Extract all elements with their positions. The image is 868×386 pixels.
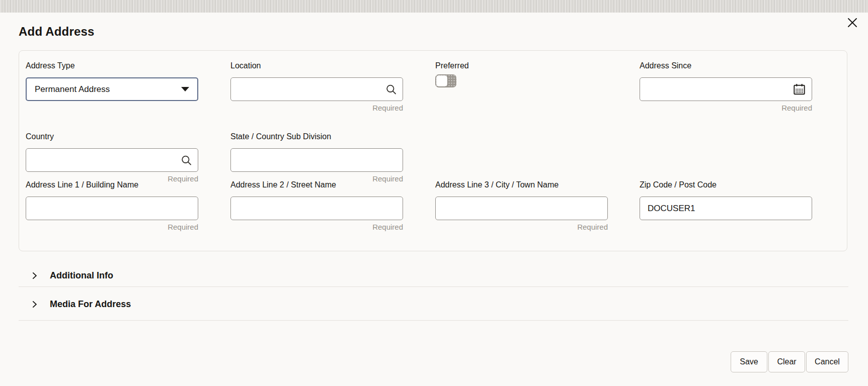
address-line3-field: Address Line 3 / City / Town Name Requir…: [435, 180, 608, 232]
state-label: State / Country Sub Division: [230, 132, 403, 142]
required-hint: Required: [26, 223, 198, 232]
required-hint: Required: [230, 223, 403, 232]
country-label: Country: [26, 132, 198, 142]
address-line1-field: Address Line 1 / Building Name Required: [26, 180, 198, 232]
zip-code-field: Zip Code / Post Code: [640, 180, 812, 220]
required-hint: Required: [230, 104, 403, 113]
page-title: Add Address: [19, 25, 95, 39]
address-line1-label: Address Line 1 / Building Name: [26, 180, 198, 190]
search-icon: [181, 154, 192, 166]
address-line2-field: Address Line 2 / Street Name Required: [230, 180, 403, 232]
preferred-field: Preferred: [435, 61, 608, 89]
address-type-value: Permanent Address: [35, 84, 110, 94]
country-input[interactable]: [26, 149, 198, 171]
zip-code-label: Zip Code / Post Code: [640, 180, 812, 190]
address-since-field: Address Since R: [640, 61, 812, 113]
state-field: State / Country Sub Division Required: [230, 132, 403, 183]
section-label: Media For Address: [50, 299, 131, 310]
address-line3-input[interactable]: [436, 197, 607, 220]
address-form-panel: Address Type Permanent Address Location …: [19, 50, 847, 251]
section-label: Additional Info: [50, 270, 113, 281]
preferred-toggle[interactable]: [435, 74, 456, 87]
search-icon: [385, 83, 397, 95]
chevron-right-icon: [30, 271, 39, 280]
address-line1-input[interactable]: [26, 197, 198, 220]
divider: [19, 286, 848, 287]
address-since-label: Address Since: [640, 61, 812, 71]
caret-down-icon: [181, 87, 189, 91]
section-media-for-address[interactable]: Media For Address: [19, 293, 848, 316]
address-type-field: Address Type Permanent Address: [26, 61, 198, 101]
divider: [19, 320, 848, 321]
zip-code-input[interactable]: [640, 197, 812, 220]
state-input[interactable]: [231, 149, 403, 171]
address-line3-label: Address Line 3 / City / Town Name: [435, 180, 608, 190]
clear-button[interactable]: Clear: [768, 351, 805, 372]
location-input[interactable]: [231, 78, 403, 101]
chevron-right-icon: [30, 300, 39, 309]
location-search-button[interactable]: [385, 83, 397, 95]
location-field: Location Required: [230, 61, 403, 113]
close-button[interactable]: [844, 15, 860, 31]
close-icon: [847, 17, 858, 28]
country-search-button[interactable]: [181, 154, 192, 166]
address-since-input[interactable]: [640, 78, 812, 101]
location-label: Location: [230, 61, 403, 71]
country-field: Country Required: [26, 132, 198, 183]
required-hint: Required: [640, 104, 812, 113]
calendar-icon: [793, 82, 806, 96]
address-type-label: Address Type: [26, 61, 198, 71]
toggle-knob: [436, 75, 447, 86]
address-type-select[interactable]: Permanent Address: [26, 77, 198, 101]
window-top-bar: [0, 0, 868, 13]
required-hint: Required: [435, 223, 608, 232]
address-since-calendar-button[interactable]: [793, 82, 806, 96]
cancel-button[interactable]: Cancel: [806, 351, 848, 372]
section-additional-info[interactable]: Additional Info: [19, 264, 848, 287]
address-line2-input[interactable]: [231, 197, 403, 220]
preferred-label: Preferred: [435, 61, 608, 71]
address-line2-label: Address Line 2 / Street Name: [230, 180, 403, 190]
save-button[interactable]: Save: [731, 351, 767, 372]
